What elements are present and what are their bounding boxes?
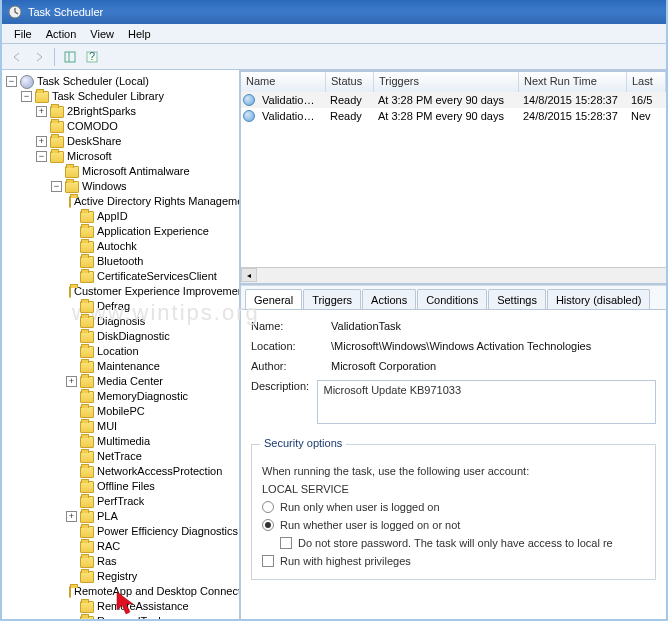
folder-icon xyxy=(80,556,94,568)
highest-privileges-checkbox[interactable]: Run with highest privileges xyxy=(262,555,645,567)
col-status[interactable]: Status xyxy=(326,72,374,92)
description-value[interactable]: Microsoft Update KB971033 xyxy=(317,380,656,424)
tab-history-disabled-[interactable]: History (disabled) xyxy=(547,289,651,309)
col-last[interactable]: Last xyxy=(627,72,666,92)
tree-node[interactable]: −Task Scheduler Library xyxy=(6,89,239,104)
tab-triggers[interactable]: Triggers xyxy=(303,289,361,309)
tree-node[interactable]: MUI xyxy=(6,419,239,434)
radio-icon xyxy=(262,501,274,513)
task-list[interactable]: Name Status Triggers Next Run Time Last … xyxy=(241,70,666,285)
folder-icon xyxy=(50,106,64,118)
tree-label: Power Efficiency Diagnostics xyxy=(97,524,238,539)
tree-node[interactable]: Active Directory Rights Management S xyxy=(6,194,239,209)
folder-icon xyxy=(80,406,94,418)
tree-node[interactable]: Location xyxy=(6,344,239,359)
col-next[interactable]: Next Run Time xyxy=(519,72,627,92)
tree-node[interactable]: −Windows xyxy=(6,179,239,194)
tree-node[interactable]: Autochk xyxy=(6,239,239,254)
tree-node[interactable]: Maintenance xyxy=(6,359,239,374)
tree-node[interactable]: Power Efficiency Diagnostics xyxy=(6,524,239,539)
folder-icon xyxy=(80,421,94,433)
menu-file[interactable]: File xyxy=(8,26,38,42)
tree-node[interactable]: AppID xyxy=(6,209,239,224)
name-value: ValidationTask xyxy=(331,320,401,332)
tab-settings[interactable]: Settings xyxy=(488,289,546,309)
menu-action[interactable]: Action xyxy=(40,26,83,42)
tree-label: Defrag xyxy=(97,299,130,314)
tree-node[interactable]: CertificateServicesClient xyxy=(6,269,239,284)
tree-node[interactable]: COMODO xyxy=(6,119,239,134)
tree-node[interactable]: Bluetooth xyxy=(6,254,239,269)
main-split: −Task Scheduler (Local)−Task Scheduler L… xyxy=(2,70,666,619)
tree-node[interactable]: Microsoft Antimalware xyxy=(6,164,239,179)
folder-icon xyxy=(80,511,94,523)
tree-node[interactable]: MobilePC xyxy=(6,404,239,419)
tree-node[interactable]: Ras xyxy=(6,554,239,569)
menu-view[interactable]: View xyxy=(84,26,120,42)
task-row[interactable]: ValidationT...ReadyAt 3:28 PM every 90 d… xyxy=(241,108,666,124)
scheduler-icon xyxy=(20,75,34,89)
tree-label: NetworkAccessProtection xyxy=(97,464,222,479)
svg-rect-1 xyxy=(65,52,75,62)
help-button[interactable]: ? xyxy=(83,48,101,66)
tree-node[interactable]: Multimedia xyxy=(6,434,239,449)
tree-node[interactable]: Offline Files xyxy=(6,479,239,494)
expand-icon[interactable]: + xyxy=(36,106,47,117)
tree-node[interactable]: Diagnosis xyxy=(6,314,239,329)
column-headers[interactable]: Name Status Triggers Next Run Time Last xyxy=(241,72,666,92)
tree-node[interactable]: MemoryDiagnostic xyxy=(6,389,239,404)
run-whether-radio[interactable]: Run whether user is logged on or not xyxy=(262,519,645,531)
expand-icon[interactable]: + xyxy=(66,376,77,387)
tree-node[interactable]: Defrag xyxy=(6,299,239,314)
folder-icon xyxy=(80,226,94,238)
folder-icon xyxy=(69,196,71,208)
run-logged-on-radio[interactable]: Run only when user is logged on xyxy=(262,501,645,513)
tree-node[interactable]: RAC xyxy=(6,539,239,554)
tree-node[interactable]: Registry xyxy=(6,569,239,584)
tree-label: Windows xyxy=(82,179,127,194)
task-row[interactable]: ValidationT...ReadyAt 3:28 PM every 90 d… xyxy=(241,92,666,108)
folder-icon xyxy=(80,571,94,583)
author-label: Author: xyxy=(251,360,331,372)
location-value: \Microsoft\Windows\Windows Activation Te… xyxy=(331,340,591,352)
tree-node[interactable]: +Media Center xyxy=(6,374,239,389)
no-store-password-checkbox[interactable]: Do not store password. The task will onl… xyxy=(262,537,645,549)
tree-label: Registry xyxy=(97,569,137,584)
expand-icon[interactable]: − xyxy=(36,151,47,162)
author-value: Microsoft Corporation xyxy=(331,360,436,372)
tree-node[interactable]: +2BrightSparks xyxy=(6,104,239,119)
menu-help[interactable]: Help xyxy=(122,26,157,42)
tree-node[interactable]: DiskDiagnostic xyxy=(6,329,239,344)
tree-node[interactable]: Application Experience xyxy=(6,224,239,239)
tree-label: COMODO xyxy=(67,119,118,134)
folder-icon xyxy=(65,166,79,178)
folder-icon xyxy=(80,346,94,358)
app-title: Task Scheduler xyxy=(28,6,103,18)
col-name[interactable]: Name xyxy=(241,72,326,92)
expand-icon[interactable]: − xyxy=(21,91,32,102)
scroll-left-icon[interactable]: ◂ xyxy=(241,268,257,282)
expand-icon[interactable]: + xyxy=(66,511,77,522)
col-triggers[interactable]: Triggers xyxy=(374,72,519,92)
tree-node[interactable]: Customer Experience Improvement Pr xyxy=(6,284,239,299)
expand-icon[interactable]: + xyxy=(36,136,47,147)
h-scrollbar[interactable]: ◂ xyxy=(241,267,666,283)
tree-node[interactable]: −Task Scheduler (Local) xyxy=(6,74,239,89)
folder-icon xyxy=(80,466,94,478)
tab-actions[interactable]: Actions xyxy=(362,289,416,309)
tree-node[interactable]: PerfTrack xyxy=(6,494,239,509)
tree-node[interactable]: −Microsoft xyxy=(6,149,239,164)
tree-node[interactable]: +DeskShare xyxy=(6,134,239,149)
tree-pane[interactable]: −Task Scheduler (Local)−Task Scheduler L… xyxy=(2,70,241,619)
tree-node[interactable]: +PLA xyxy=(6,509,239,524)
forward-button[interactable] xyxy=(30,48,48,66)
tab-conditions[interactable]: Conditions xyxy=(417,289,487,309)
back-button[interactable] xyxy=(8,48,26,66)
tree-pane-button[interactable] xyxy=(61,48,79,66)
tab-general[interactable]: General xyxy=(245,289,302,309)
folder-icon xyxy=(80,391,94,403)
expand-icon[interactable]: − xyxy=(51,181,62,192)
tree-node[interactable]: NetTrace xyxy=(6,449,239,464)
tree-node[interactable]: NetworkAccessProtection xyxy=(6,464,239,479)
expand-icon[interactable]: − xyxy=(6,76,17,87)
